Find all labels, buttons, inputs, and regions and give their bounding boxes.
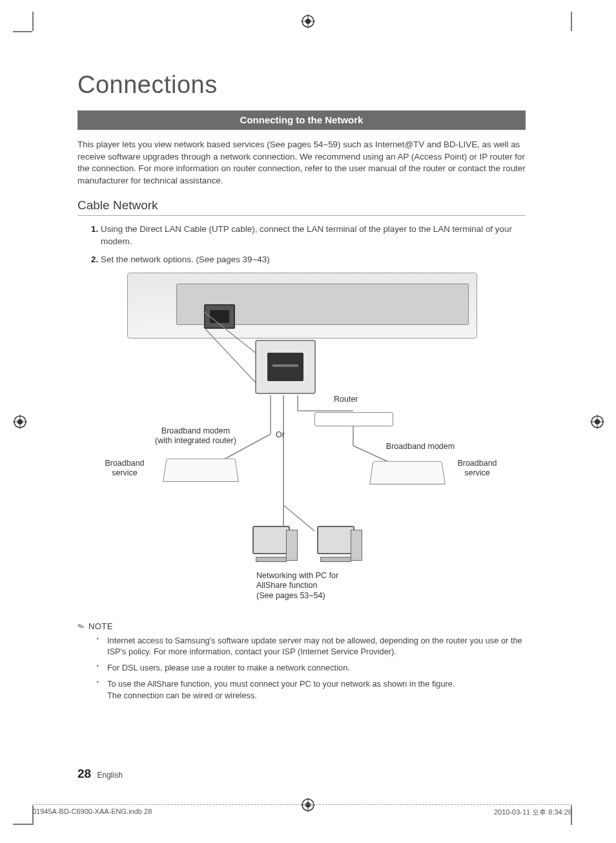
modem-icon (369, 461, 446, 484)
label-line: service (99, 468, 150, 479)
player-back-panel (127, 273, 477, 338)
page-footer: 28 English (77, 767, 123, 781)
note-item: For DSL users, please use a router to ma… (107, 662, 526, 673)
label-line: Broadband (99, 459, 150, 469)
diagram-label-pc: Networking with PC for AllShare function… (256, 571, 360, 601)
lan-port-icon (267, 353, 303, 381)
crop-mark (32, 12, 34, 31)
network-diagram: Router Or Broadband modem (with integrat… (95, 273, 508, 609)
pc-icon (247, 526, 295, 563)
note-line: To use the AllShare function, you must c… (107, 679, 455, 689)
diagram-label-router: Router (334, 395, 358, 405)
crop-mark (571, 12, 572, 31)
registration-mark-icon (13, 415, 27, 429)
modem-icon (163, 458, 239, 481)
diagram-label-modem-right: Broadband modem (375, 442, 466, 452)
registration-mark-icon (301, 14, 315, 28)
label-line: Broadband modem (144, 426, 247, 437)
diagram-label-service-left: Broadband service (99, 459, 150, 479)
step-item: Using the Direct LAN Cable (UTP cable), … (101, 224, 526, 247)
label-line: (with integrated router) (144, 436, 247, 446)
page-title: Connections (77, 71, 526, 99)
diagram-label-or: Or (276, 430, 285, 441)
pc-icon (312, 526, 360, 563)
router-icon (314, 412, 393, 426)
page-language: English (97, 771, 122, 780)
notes-list: Internet access to Samsung's software up… (97, 635, 526, 701)
note-item: To use the AllShare function, you must c… (107, 678, 526, 701)
section-banner: Connecting to the Network (77, 110, 526, 130)
label-line: service (451, 468, 503, 479)
print-timestamp: 2010-03-11 오후 8:34:28 (494, 807, 572, 817)
page-number: 28 (77, 767, 91, 780)
crop-mark (13, 824, 32, 825)
note-item: Internet access to Samsung's software up… (107, 635, 526, 658)
print-file-info: 01945A-BD-C6900-XAA-ENG.indb 28 (32, 807, 152, 817)
lan-port-icon (204, 304, 235, 329)
lan-port-zoom (255, 340, 316, 394)
label-line: (See pages 53~54) (256, 591, 360, 601)
note-heading: ✎NOTE (77, 621, 526, 631)
print-footer: 01945A-BD-C6900-XAA-ENG.indb 28 2010-03-… (32, 804, 572, 817)
steps-list: Using the Direct LAN Cable (UTP cable), … (77, 224, 526, 266)
intro-paragraph: This player lets you view network based … (77, 139, 526, 187)
diagram-label-service-right: Broadband service (451, 459, 503, 479)
step-item: Set the network options. (See pages 39~4… (101, 254, 526, 266)
diagram-label-modem-left: Broadband modem (with integrated router) (144, 426, 247, 446)
subsection-heading: Cable Network (77, 198, 526, 216)
registration-mark-icon (590, 415, 604, 429)
note-label: NOTE (88, 621, 113, 631)
crop-mark (13, 31, 32, 32)
page: Connections Connecting to the Network Th… (0, 0, 616, 843)
note-line: The connection can be wired or wireless. (107, 691, 257, 700)
label-line: Networking with PC for (256, 571, 360, 581)
note-icon: ✎ (76, 620, 86, 632)
content-area: Connections Connecting to the Network Th… (77, 71, 526, 706)
label-line: AllShare function (256, 581, 360, 591)
label-line: Broadband (451, 459, 503, 469)
